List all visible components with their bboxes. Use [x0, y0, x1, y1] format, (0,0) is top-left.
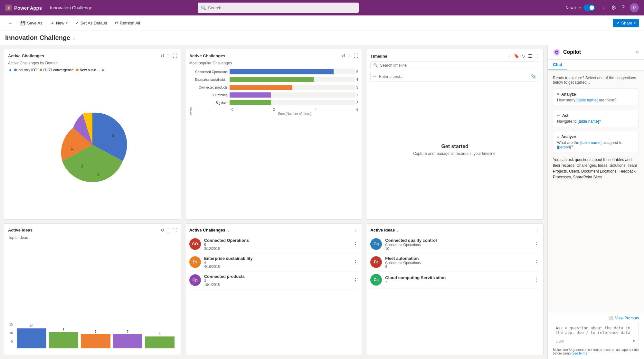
suggestion-link-2a[interactable]: [table name] [580, 140, 601, 145]
ideas-list-title-row: Active Ideas ⌄ [370, 228, 399, 232]
idea-sub-0: Connected Operations [385, 243, 531, 247]
disclaimer-link[interactable]: See terms [573, 352, 587, 355]
search-input[interactable] [208, 5, 355, 10]
copy-bar-icon[interactable]: ⬚ [347, 53, 352, 58]
timeline-add-icon[interactable]: ＋ [507, 53, 511, 59]
copilot-header: ✦ Copilot ○ [548, 45, 644, 60]
challenge-sub-0: 5 [204, 243, 350, 247]
idea-item-0: Cq Connected quality control Connected O… [370, 235, 539, 253]
challenge-more-2[interactable]: ⋮ [353, 277, 358, 283]
y-tick-15: 15 [9, 323, 13, 326]
new-look-toggle[interactable]: New look [566, 5, 595, 11]
bar-label-1: Enterprise sustainabi... [194, 78, 230, 81]
y-axis-label: Name [189, 69, 193, 116]
pie-legend: ◄ Industry IOT IT/OT convergence New bus… [8, 68, 177, 72]
ideas-bar-num-4: 6 [159, 332, 161, 336]
idea-more-1[interactable]: ⋮ [534, 259, 539, 265]
timeline-card: Timeline ＋ 🔖 ▽ ☰ ⋮ 🔍 ✏ 📎 Get started [366, 49, 544, 220]
idea-count-1: 8 [385, 265, 531, 269]
refresh-card-icon[interactable]: ↺ [161, 53, 165, 58]
copilot-suggestion-0[interactable]: ≡ Analyze How many [table name] are ther… [553, 89, 639, 106]
idea-count-0: 10 [385, 247, 531, 250]
legend-label-1: IT/OT convergence [43, 68, 73, 72]
ideas-list-chevron[interactable]: ⌄ [396, 228, 399, 232]
timeline-title: Timeline [370, 54, 387, 59]
idea-more-2[interactable]: ⋮ [534, 277, 539, 283]
challenge-date-2: 10/1/2018 [204, 283, 350, 287]
legend-prev[interactable]: ◄ [8, 68, 12, 72]
legend-label-2: New busin... [80, 68, 99, 72]
active-challenges-pie-card: Active Challenges ↺ ⬚ ⛶ Active Challenge… [4, 49, 181, 220]
power-apps-icon: ⚡ [5, 5, 12, 11]
help-icon[interactable]: ? [621, 5, 625, 11]
idea-avatar-0: Cq [370, 238, 382, 250]
challenges-list-chevron[interactable]: ⌄ [227, 228, 230, 232]
back-button[interactable]: ← [5, 19, 16, 27]
copilot-suggestion-2[interactable]: ≡ Analyze What are the [table name] assi… [553, 131, 639, 153]
challenge-more-1[interactable]: ⋮ [353, 259, 358, 265]
suggestion-link-0a[interactable]: [table name] [576, 98, 598, 102]
timeline-post-input[interactable] [379, 74, 528, 79]
timeline-bookmark-icon[interactable]: 🔖 [514, 53, 519, 59]
bar-label-0: Connected Operations [194, 70, 230, 74]
suggestion-header-1: ↩ Act [557, 113, 635, 118]
active-ideas-chart-card: Active Ideas ↺ ⬚ ⛶ Top 5 Ideas 15 10 5 1… [4, 223, 181, 355]
legend-label-0: Industry IOT [18, 68, 37, 72]
copilot-close-button[interactable]: ○ [636, 49, 639, 55]
copilot-send-button[interactable]: ➤ [632, 338, 636, 343]
challenges-list-more[interactable]: ⋮ [354, 228, 358, 233]
idea-more-0[interactable]: ⋮ [534, 241, 539, 247]
copy-ideas-icon[interactable]: ⬚ [166, 228, 171, 233]
copy-card-icon[interactable]: ⬚ [166, 53, 171, 58]
view-prompts-button[interactable]: ⬜ View Prompts [553, 316, 639, 320]
timeline-search-input[interactable] [380, 63, 536, 68]
add-icon[interactable]: ＋ [600, 4, 606, 12]
bar-track-2 [230, 85, 355, 90]
new-button[interactable]: ＋ New ▾ [47, 18, 71, 28]
new-look-toggle-pill[interactable] [583, 5, 595, 11]
suggestion-link-1a[interactable]: [table name] [578, 119, 599, 124]
user-avatar[interactable]: U [630, 3, 639, 12]
legend-next[interactable]: ► [102, 68, 105, 72]
refresh-bar-icon[interactable]: ↺ [342, 53, 346, 58]
main-layout: Active Challenges ↺ ⬚ ⛶ Active Challenge… [0, 45, 644, 359]
char-count: 0/500 [556, 340, 564, 343]
save-as-label: Save As [27, 21, 43, 25]
challenges-list-title: Active Challenges [189, 228, 225, 232]
save-icon: 💾 [20, 21, 25, 25]
copilot-tab-chat[interactable]: Chat [548, 60, 567, 70]
ideas-bar-col-0: 10 [17, 319, 46, 348]
share-icon: ↗ [616, 21, 620, 25]
y-tick-10: 10 [9, 331, 13, 335]
challenge-more-0[interactable]: ⋮ [353, 241, 358, 247]
active-challenges-bar-card: Active Challenges ↺ ⬚ ⛶ Most popular Cha… [185, 49, 363, 220]
page-title-chevron[interactable]: ⌄ [72, 35, 76, 41]
expand-ideas-icon[interactable]: ⛶ [173, 228, 177, 233]
legend-dot-0 [14, 69, 17, 71]
search-bar[interactable]: 🔍 [198, 3, 359, 13]
save-as-button[interactable]: 💾 Save As [17, 19, 46, 27]
topbar-divider [46, 4, 46, 12]
timeline-actions: ＋ 🔖 ▽ ☰ ⋮ [507, 53, 539, 59]
settings-icon[interactable]: ⚙ [611, 4, 616, 11]
share-button[interactable]: ↗ Share ▾ [613, 19, 639, 27]
suggestion-link-2b[interactable]: [person] [557, 145, 571, 149]
timeline-attach-icon[interactable]: 📎 [531, 74, 536, 79]
x-tick-2: 4 [315, 108, 317, 111]
expand-card-icon[interactable]: ⛶ [173, 53, 177, 58]
refresh-ideas-icon[interactable]: ↺ [161, 228, 165, 233]
timeline-more-icon[interactable]: ⋮ [535, 53, 539, 59]
svg-text:⚡: ⚡ [6, 5, 12, 11]
bar-card-title: Active Challenges [189, 53, 225, 58]
ideas-list-more[interactable]: ⋮ [535, 228, 539, 233]
timeline-list-icon[interactable]: ☰ [528, 53, 532, 59]
refresh-button[interactable]: ↺ Refresh All [111, 19, 143, 27]
bar-fill-0 [230, 69, 334, 74]
copilot-suggestion-1[interactable]: ↩ Act Navigate to [table name]? [553, 110, 639, 127]
copilot-input[interactable] [556, 326, 636, 339]
challenge-item-0: CO Connected Operations 5 3/12/2018 ⋮ [189, 235, 358, 253]
set-default-button[interactable]: ✓ Set As Default [72, 19, 110, 27]
copilot-disclaimer: Make sure AI-generated content is accura… [553, 348, 639, 355]
expand-bar-icon[interactable]: ⛶ [354, 53, 358, 58]
timeline-filter-icon[interactable]: ▽ [522, 53, 526, 59]
